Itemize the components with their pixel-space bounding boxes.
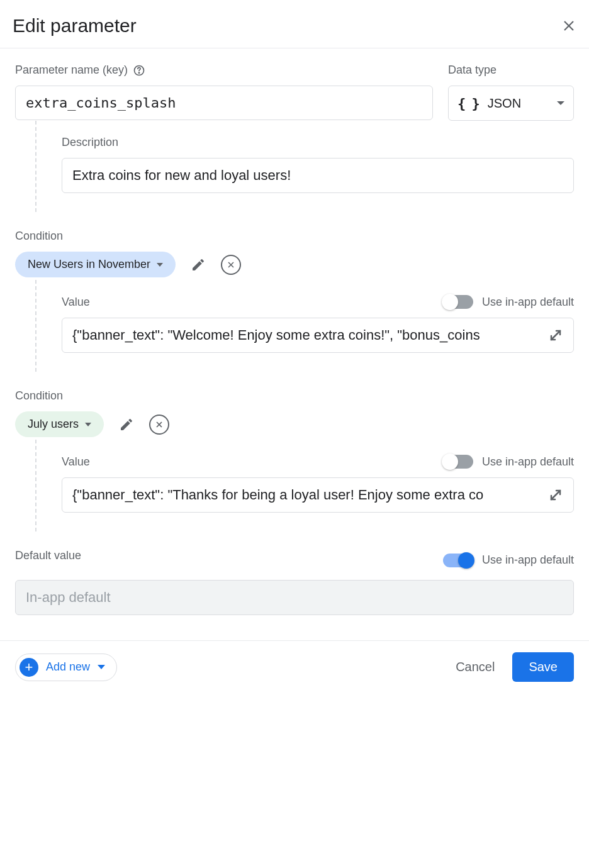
condition-chip-text: July users (28, 418, 79, 431)
default-value-label: Default value (15, 549, 81, 562)
remove-icon[interactable] (149, 415, 169, 435)
chevron-down-icon (98, 665, 105, 669)
value-label: Value (62, 296, 90, 309)
use-default-label: Use in-app default (482, 455, 574, 469)
svg-point-3 (138, 72, 139, 73)
condition-label: Condition (15, 230, 574, 243)
param-name-label-text: Parameter name (key) (15, 64, 128, 77)
plus-icon: + (20, 658, 38, 677)
default-value-input: In-app default (15, 580, 574, 615)
add-new-label: Add new (46, 660, 90, 674)
condition-chip[interactable]: New Users in November (15, 252, 176, 277)
condition-chip-text: New Users in November (28, 258, 150, 271)
value-input[interactable]: {"banner_text": "Thanks for being a loya… (72, 487, 542, 503)
description-label: Description (62, 136, 574, 149)
cancel-button[interactable]: Cancel (456, 660, 495, 674)
expand-icon[interactable] (548, 487, 563, 503)
svg-line-6 (551, 331, 560, 340)
param-name-label: Parameter name (key) (15, 64, 433, 77)
data-type-select[interactable]: { } JSON (448, 86, 574, 121)
condition-chip[interactable]: July users (15, 411, 104, 437)
json-icon: { } (457, 96, 479, 111)
data-type-label: Data type (448, 64, 574, 77)
save-button[interactable]: Save (512, 652, 574, 682)
use-default-toggle[interactable] (443, 554, 473, 567)
param-name-input[interactable] (15, 86, 433, 120)
description-input[interactable] (62, 158, 574, 193)
close-icon[interactable] (561, 18, 576, 33)
edit-icon[interactable] (191, 257, 206, 272)
add-new-button[interactable]: + Add new (15, 654, 117, 681)
chevron-down-icon (557, 101, 564, 105)
remove-icon[interactable] (221, 255, 241, 275)
value-label: Value (62, 455, 90, 469)
use-default-label: Use in-app default (482, 554, 574, 567)
page-title: Edit parameter (13, 15, 137, 36)
use-default-label: Use in-app default (482, 296, 574, 309)
edit-icon[interactable] (119, 417, 134, 432)
use-default-toggle[interactable] (443, 455, 473, 469)
chevron-down-icon (157, 263, 163, 267)
svg-line-9 (551, 491, 560, 499)
help-icon[interactable] (133, 64, 145, 77)
use-default-toggle[interactable] (443, 295, 473, 309)
condition-label: Condition (15, 389, 574, 403)
data-type-value: JSON (488, 96, 521, 111)
value-input[interactable]: {"banner_text": "Welcome! Enjoy some ext… (72, 327, 542, 343)
expand-icon[interactable] (548, 328, 563, 343)
chevron-down-icon (85, 423, 91, 426)
